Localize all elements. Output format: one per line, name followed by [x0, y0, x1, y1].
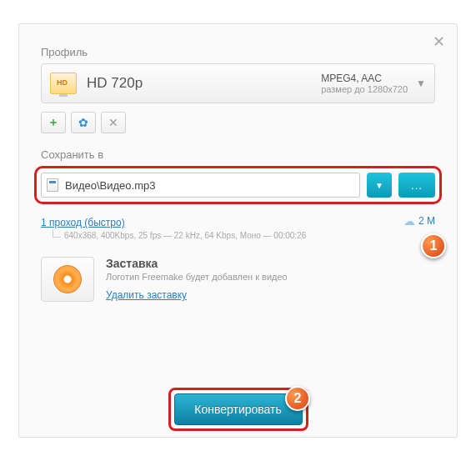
gear-icon: ✿	[78, 116, 88, 129]
save-label: Сохранить в	[41, 148, 435, 161]
remove-profile-button[interactable]: ✕	[101, 112, 126, 133]
profile-tools: ＋ ✿ ✕	[41, 112, 435, 133]
pass-row: 1 проход (быстро) 640x368, 400Kbps, 25 f…	[41, 214, 435, 240]
triangle-down-icon: ▼	[375, 181, 383, 190]
pass-mode-link[interactable]: 1 проход (быстро)	[41, 217, 125, 228]
splash-title: Заставка	[106, 257, 288, 270]
save-path-input[interactable]: Видео\Видео.mp3	[41, 173, 360, 198]
footer: Конвертировать	[0, 388, 476, 431]
convert-button[interactable]: Конвертировать	[174, 393, 303, 425]
hd-monitor-icon	[50, 73, 77, 94]
profile-size: размер до 1280x720	[321, 84, 408, 94]
splash-desc: Логотип Freemake будет добавлен к видео	[106, 272, 288, 282]
highlight-save-row: Видео\Видео.mp3 ▼ ...	[34, 166, 442, 204]
profile-spec: MPEG4, AAC размер до 1280x720	[321, 73, 408, 94]
splash-thumbnail[interactable]	[41, 257, 94, 302]
close-icon[interactable]: ✕	[433, 33, 445, 51]
add-profile-button[interactable]: ＋	[41, 112, 66, 133]
chevron-down-icon: ▼	[416, 78, 426, 89]
path-dropdown-button[interactable]: ▼	[367, 173, 392, 198]
upload-size[interactable]: ☁ 2 М	[403, 214, 435, 228]
save-path-text: Видео\Видео.mp3	[65, 179, 155, 192]
encoding-details: 640x368, 400Kbps, 25 fps — 22 kHz, 64 Kb…	[53, 231, 306, 240]
dialog-panel: ✕ Профиль HD 720p MPEG4, AAC размер до 1…	[18, 23, 458, 438]
profile-name: HD 720p	[87, 75, 143, 92]
profile-selector[interactable]: HD 720p MPEG4, AAC размер до 1280x720 ▼	[41, 63, 435, 103]
disc-icon	[53, 265, 82, 293]
splash-info: Заставка Логотип Freemake будет добавлен…	[106, 257, 288, 302]
content-area: Профиль HD 720p MPEG4, AAC размер до 128…	[19, 24, 457, 302]
save-section: Сохранить в Видео\Видео.mp3 ▼ ...	[41, 148, 435, 204]
save-row: Видео\Видео.mp3 ▼ ...	[41, 173, 435, 198]
annotation-marker-2: 2	[285, 386, 310, 411]
cloud-icon: ☁	[403, 214, 415, 228]
profile-label: Профиль	[41, 46, 435, 58]
cross-icon: ✕	[108, 116, 118, 129]
plus-icon: ＋	[48, 115, 59, 130]
splash-row: Заставка Логотип Freemake будет добавлен…	[41, 257, 435, 302]
browse-button[interactable]: ...	[398, 173, 435, 198]
remove-splash-link[interactable]: Удалить заставку	[106, 289, 187, 301]
settings-profile-button[interactable]: ✿	[71, 112, 96, 133]
annotation-marker-1: 1	[421, 233, 446, 258]
profile-codec: MPEG4, AAC	[321, 73, 408, 84]
file-icon	[47, 178, 58, 192]
upload-size-text: 2 М	[418, 215, 435, 227]
